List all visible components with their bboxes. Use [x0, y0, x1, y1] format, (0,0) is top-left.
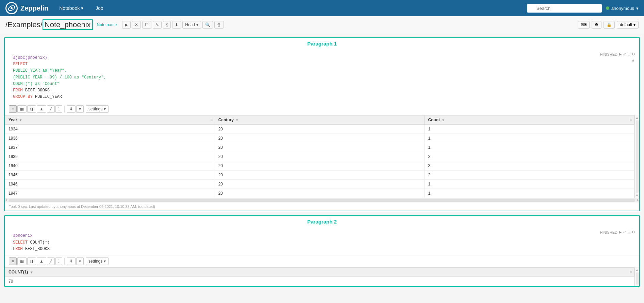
paragraph-2-controls: FINISHED ▶ ⤢ ⊞ ⚙: [600, 230, 635, 234]
lock-button[interactable]: 🔒: [604, 21, 615, 29]
collapse-up-1[interactable]: ▲: [631, 58, 635, 63]
maximize-1-button[interactable]: ⤢: [623, 52, 626, 56]
col-count-header[interactable]: Count ▾ ≡: [425, 115, 634, 125]
maximize-2-button[interactable]: ⤢: [623, 230, 626, 234]
cell-count: 1: [425, 189, 634, 198]
nav-job[interactable]: Job: [93, 4, 106, 12]
navbar-right: 🔍 anonymous ▾: [527, 4, 639, 13]
export-button[interactable]: ⬇: [172, 21, 181, 29]
paragraph-1-code[interactable]: %jdbc(phoenix) SELECT PUBLIC_YEAR as "Ye…: [9, 52, 600, 103]
run-all-button[interactable]: ▶: [122, 21, 131, 29]
trash-button[interactable]: 🗑: [214, 21, 224, 29]
count-sort-icon: ▾: [442, 118, 444, 122]
download-button-1[interactable]: ⬇: [67, 105, 76, 113]
stop-all-button[interactable]: ✕: [132, 21, 141, 29]
table-row: 1939202: [5, 152, 634, 161]
search-input[interactable]: [527, 4, 602, 13]
code-from-2: FROM: [13, 247, 23, 251]
cell-year: 1947: [5, 189, 215, 198]
count-menu-icon: ≡: [630, 118, 632, 122]
cell-count: 2: [425, 171, 634, 180]
bar-chart-button-2[interactable]: ▦: [17, 257, 27, 265]
note-name-label: Note name: [97, 22, 117, 27]
area-chart-button-1[interactable]: ▲: [37, 105, 46, 113]
user-menu[interactable]: anonymous ▾: [606, 6, 639, 11]
table-view-button-2[interactable]: ≡: [9, 257, 17, 265]
download-caret-1[interactable]: ▾: [76, 105, 84, 113]
col-year-header[interactable]: Year ▾ ≡: [5, 115, 215, 125]
paragraph-2-table-container: COUNT(1) ▾ ≡ 70 ▲: [5, 267, 639, 286]
config-1-button[interactable]: ⚙: [632, 52, 635, 56]
scatter-button-2[interactable]: ⁚: [55, 257, 62, 265]
table-row: 70: [5, 277, 634, 286]
code-interpreter-2: %phoenix: [13, 233, 33, 238]
line-chart-button-1[interactable]: ╱: [47, 105, 55, 113]
code-line5: COUNT(*) as "Count": [13, 82, 60, 86]
code-table-2: BEST_BOOKS: [23, 247, 50, 251]
navbar: Zeppelin Notebook ▾ Job 🔍 anonymous ▾: [0, 0, 644, 16]
vertical-scrollbar-2[interactable]: ▲: [634, 267, 639, 286]
run-paragraph-2-button[interactable]: ▶: [619, 230, 622, 234]
scroll-left-arrow-1[interactable]: <: [5, 198, 7, 202]
year-menu-icon: ≡: [210, 118, 213, 122]
area-chart-button-2[interactable]: ▲: [37, 257, 46, 265]
user-caret-icon: ▾: [636, 6, 639, 11]
col-count1-header[interactable]: COUNT(1) ▾ ≡: [5, 267, 634, 277]
search-button[interactable]: 🔍: [202, 21, 213, 29]
breadcrumb: /Examples/Note_phoenix: [5, 20, 93, 29]
scroll-h-track-1: [9, 199, 635, 202]
cell-year: 1940: [5, 161, 215, 171]
line-chart-button-2[interactable]: ╱: [47, 257, 55, 265]
cell-year: 1946: [5, 180, 215, 189]
code-select-2: SELECT: [13, 240, 28, 245]
vertical-scrollbar-1[interactable]: ▲ ▼: [634, 115, 639, 198]
paragraph-2-code[interactable]: %phoenix SELECT COUNT(*) FROM BEST_BOOKS: [9, 230, 600, 255]
keyboard-shortcut-button[interactable]: ⌨: [578, 21, 590, 29]
bar-chart-button-1[interactable]: ▦: [17, 105, 27, 113]
main-content: Paragraph 1 %jdbc(phoenix) SELECT PUBLIC…: [0, 33, 644, 291]
scroll-up-arrow-2[interactable]: ▲: [635, 268, 639, 272]
download-caret-2[interactable]: ▾: [76, 257, 84, 265]
scroll-down-arrow-1[interactable]: ▼: [635, 194, 639, 197]
pie-chart-button-1[interactable]: ◑: [27, 105, 36, 113]
settings-1-button[interactable]: ⊞: [627, 52, 630, 56]
table-row: 1945202: [5, 171, 634, 180]
cell-count: 1: [425, 134, 634, 143]
table-view-button-1[interactable]: ≡: [9, 105, 17, 113]
head-dropdown[interactable]: Head ▾: [182, 21, 201, 29]
code-group-1: GROUP BY: [13, 94, 33, 99]
clear-all-button[interactable]: ☐: [142, 21, 151, 29]
settings-2-button[interactable]: ⊞: [627, 230, 630, 234]
cell-century: 20: [215, 125, 425, 134]
col-century-header[interactable]: Century ▾: [215, 115, 425, 125]
user-status-dot: [606, 6, 609, 10]
clone-button[interactable]: ⎘: [163, 21, 171, 29]
scroll-up-arrow-1[interactable]: ▲: [635, 116, 639, 120]
run-paragraph-1-button[interactable]: ▶: [619, 52, 622, 56]
scatter-button-1[interactable]: ⁚: [55, 105, 62, 113]
download-button-2[interactable]: ⬇: [67, 257, 76, 265]
settings-button[interactable]: ⚙: [592, 21, 601, 29]
settings-btn-1[interactable]: settings ▾: [86, 105, 109, 113]
table-row: 1946201: [5, 180, 634, 189]
nav-links: Notebook ▾ Job: [56, 4, 106, 12]
cell-count: 1: [425, 125, 634, 134]
default-dropdown[interactable]: default ▾: [617, 21, 639, 29]
scroll-right-arrow-1[interactable]: >: [637, 198, 639, 202]
code-groupby-1: PUBLIC_YEAR: [33, 94, 62, 99]
horizontal-scrollbar-1[interactable]: < >: [5, 198, 639, 202]
nav-notebook[interactable]: Notebook ▾: [56, 4, 86, 12]
paragraph-2: Paragraph 2 %phoenix SELECT COUNT(*) FRO…: [4, 215, 640, 287]
settings-btn-2[interactable]: settings ▾: [86, 257, 109, 265]
paragraph-1-viz-toolbar: ≡ ▦ ◑ ▲ ╱ ⁚ ⬇ ▾ settings ▾: [5, 103, 639, 115]
count1-menu-icon: ≡: [630, 270, 632, 274]
cell-count: 2: [425, 152, 634, 161]
edit-button[interactable]: ✎: [153, 21, 162, 29]
cell-year: 1936: [5, 134, 215, 143]
cell-count: 1: [425, 143, 634, 152]
pie-chart-button-2[interactable]: ◑: [27, 257, 36, 265]
config-2-button[interactable]: ⚙: [632, 230, 635, 234]
note-name[interactable]: Note_phoenix: [43, 19, 93, 30]
paragraph-2-status: FINISHED: [600, 230, 617, 234]
breadcrumb-prefix: /Examples/: [5, 20, 43, 29]
